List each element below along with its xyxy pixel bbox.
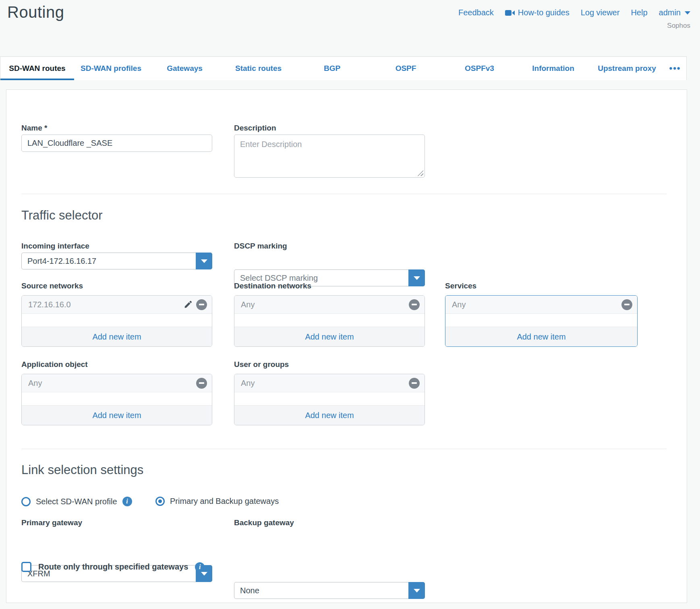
howto-guides-label: How-to guides — [518, 8, 570, 17]
tab-information[interactable]: Information — [516, 57, 590, 80]
add-source-network-button[interactable]: Add new item — [22, 327, 212, 346]
list-empty-area — [234, 392, 425, 405]
link-selection-heading: Link selection settings — [21, 463, 143, 477]
dscp-marking-label: DSCP marking — [234, 242, 287, 251]
tab-upstream-proxy[interactable]: Upstream proxy — [590, 57, 664, 80]
log-viewer-label: Log viewer — [581, 8, 620, 17]
services-box: Any Add new item — [445, 295, 638, 347]
list-empty-area — [234, 314, 425, 327]
dropdown-button[interactable] — [196, 253, 212, 269]
sd-wan-route-form-panel: Name * Description Traffic selector Inco… — [6, 89, 687, 603]
tab-sd-wan-routes[interactable]: SD-WAN routes — [0, 57, 74, 80]
user-or-groups-label: User or groups — [234, 360, 289, 369]
application-object-value: Any — [28, 379, 196, 388]
add-new-item-label: Add new item — [92, 411, 141, 420]
page-title: Routing — [7, 3, 64, 21]
info-icon[interactable]: i — [195, 562, 205, 572]
source-network-value: 172.16.16.0 — [28, 300, 184, 309]
list-item: Any — [445, 296, 637, 314]
remove-icon[interactable] — [621, 299, 632, 310]
remove-icon[interactable] — [196, 299, 207, 310]
service-value: Any — [452, 300, 621, 309]
tab-ospf[interactable]: OSPF — [369, 57, 443, 80]
feedback-link[interactable]: Feedback — [458, 8, 494, 17]
admin-label: admin — [659, 8, 681, 17]
add-application-object-button[interactable]: Add new item — [22, 405, 212, 425]
caret-down-icon — [414, 276, 420, 280]
help-label: Help — [631, 8, 647, 17]
route-only-label: Route only through specified gateways — [38, 562, 188, 572]
tab-bgp[interactable]: BGP — [295, 57, 369, 80]
top-navigation: Feedback How-to guides Log viewer Help a… — [458, 8, 690, 17]
radio-icon[interactable] — [21, 497, 31, 506]
name-label: Name * — [21, 124, 47, 133]
backup-gateway-select[interactable]: None — [234, 582, 425, 599]
list-empty-area — [22, 314, 212, 327]
list-item: 172.16.16.0 — [22, 296, 212, 314]
add-new-item-label: Add new item — [517, 332, 565, 342]
remove-icon[interactable] — [196, 378, 207, 389]
destination-network-value: Any — [241, 300, 409, 309]
add-new-item-label: Add new item — [305, 411, 354, 420]
caret-down-icon — [201, 572, 207, 576]
primary-gateway-label: Primary gateway — [21, 518, 82, 527]
radio-select-sdwan-profile[interactable]: Select SD-WAN profile i — [21, 497, 132, 506]
radio-selected-icon[interactable] — [155, 497, 165, 506]
radio-label: Select SD-WAN profile — [36, 497, 117, 506]
log-viewer-link[interactable]: Log viewer — [581, 8, 620, 17]
application-object-label: Application object — [21, 360, 88, 369]
dropdown-button[interactable] — [408, 269, 425, 286]
services-label: Services — [445, 282, 476, 290]
help-link[interactable]: Help — [631, 8, 647, 17]
add-new-item-label: Add new item — [305, 332, 354, 342]
caret-down-icon — [414, 589, 420, 592]
tab-ospfv3[interactable]: OSPFv3 — [443, 57, 516, 80]
source-networks-box: 172.16.16.0 Add new item — [21, 295, 212, 347]
incoming-interface-select[interactable]: Port4-172.16.16.17 — [21, 253, 212, 269]
section-divider — [21, 194, 667, 194]
howto-guides-link[interactable]: How-to guides — [505, 8, 570, 17]
incoming-interface-label: Incoming interface — [21, 242, 89, 251]
list-empty-area — [22, 392, 212, 405]
route-only-checkbox-row: Route only through specified gateways i — [21, 562, 205, 572]
description-field-wrap — [234, 135, 425, 178]
add-service-button[interactable]: Add new item — [445, 327, 637, 346]
required-asterisk: * — [44, 124, 47, 132]
list-item: Any — [234, 374, 425, 392]
add-new-item-label: Add new item — [92, 332, 141, 342]
admin-menu[interactable]: admin — [659, 8, 690, 17]
description-label: Description — [234, 124, 276, 133]
remove-icon[interactable] — [409, 378, 420, 389]
edit-icon[interactable] — [184, 300, 193, 309]
application-object-box: Any Add new item — [21, 374, 212, 425]
tab-sd-wan-profiles[interactable]: SD-WAN profiles — [74, 57, 148, 80]
radio-label: Primary and Backup gateways — [170, 497, 279, 506]
dropdown-button[interactable] — [408, 582, 425, 599]
add-user-or-group-button[interactable]: Add new item — [234, 405, 425, 425]
remove-icon[interactable] — [409, 299, 420, 310]
caret-down-icon — [201, 259, 207, 263]
traffic-selector-heading: Traffic selector — [21, 208, 103, 223]
tab-gateways[interactable]: Gateways — [148, 57, 222, 80]
user-or-groups-value: Any — [241, 379, 409, 388]
name-label-text: Name — [21, 124, 42, 132]
tab-static-routes[interactable]: Static routes — [222, 57, 295, 80]
routing-tab-bar: SD-WAN routes SD-WAN profiles Gateways S… — [0, 56, 687, 80]
name-input[interactable] — [21, 135, 212, 152]
source-networks-label: Source networks — [21, 282, 83, 290]
section-divider — [21, 449, 667, 449]
add-destination-network-button[interactable]: Add new item — [234, 327, 425, 346]
destination-networks-label: Destination networks — [234, 282, 311, 290]
account-name: Sophos — [667, 22, 690, 30]
more-tabs-button[interactable]: ••• — [664, 57, 686, 80]
info-icon[interactable]: i — [122, 497, 132, 506]
list-item: Any — [22, 374, 212, 392]
description-textarea[interactable] — [234, 135, 425, 178]
feedback-label: Feedback — [458, 8, 494, 17]
route-only-checkbox[interactable] — [21, 562, 31, 572]
chevron-down-icon — [685, 11, 690, 14]
radio-primary-backup-gateways[interactable]: Primary and Backup gateways — [155, 497, 279, 506]
video-camera-icon — [505, 10, 515, 16]
list-empty-area — [445, 314, 637, 327]
backup-gateway-label: Backup gateway — [234, 518, 294, 527]
